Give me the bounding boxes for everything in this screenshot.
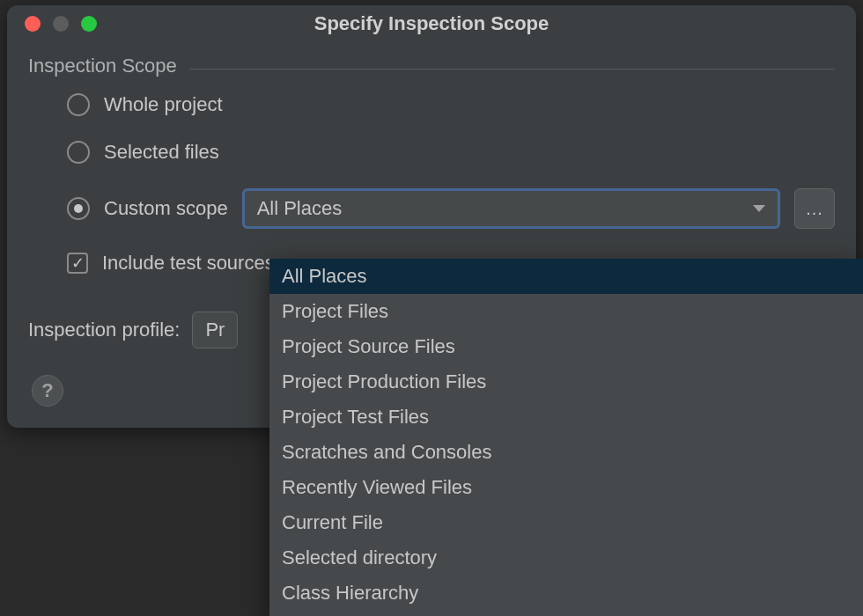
dropdown-item-project-files[interactable]: Project Files (269, 294, 863, 329)
browse-scope-button[interactable]: ... (794, 188, 835, 229)
checkbox-icon: ✓ (67, 253, 88, 274)
section-header: Inspection Scope (28, 55, 835, 77)
dropdown-item-label: All Places (282, 265, 367, 288)
dropdown-item-label: Current File (282, 511, 383, 534)
inspection-profile-dropdown[interactable]: Pr (192, 312, 238, 348)
dropdown-item-scratches-consoles[interactable]: Scratches and Consoles (269, 435, 863, 470)
dropdown-item-label: Class Hierarchy (282, 582, 418, 605)
inspection-profile-label: Inspection profile: (28, 319, 180, 341)
scope-radio-group: Whole project Selected files Custom scop… (28, 93, 835, 229)
radio-label: Whole project (104, 93, 223, 116)
radio-custom-scope[interactable] (67, 197, 90, 220)
dropdown-item-label: Project Production Files (282, 370, 486, 393)
dropdown-item-label: Scratches and Consoles (282, 441, 491, 464)
dropdown-item-label: Project Files (282, 300, 388, 323)
dropdown-item-project-source-files[interactable]: Project Source Files (269, 329, 863, 364)
radio-whole-project[interactable]: Whole project (67, 93, 835, 116)
dropdown-item-label: Recently Viewed Files (282, 476, 472, 499)
radio-icon (67, 93, 90, 116)
checkbox-label: Include test sources (102, 252, 275, 275)
dropdown-item-selected-directory[interactable]: Selected directory (269, 540, 863, 576)
help-button[interactable]: ? (32, 375, 63, 407)
dropdown-item-all-places[interactable]: All Places (269, 259, 863, 294)
close-icon[interactable] (25, 16, 41, 32)
dropdown-item-recently-viewed-files[interactable]: Recently Viewed Files (269, 470, 863, 505)
radio-label: Selected files (104, 141, 219, 164)
radio-icon (67, 141, 90, 164)
dropdown-item-class-hierarchy[interactable]: Class Hierarchy (269, 576, 863, 611)
dropdown-item-current-file[interactable]: Current File (269, 505, 863, 540)
radio-custom-scope-row: Custom scope All Places ... (67, 188, 835, 229)
section-title: Inspection Scope (28, 55, 177, 77)
minimize-icon (53, 16, 69, 32)
section-divider (189, 69, 835, 70)
maximize-icon[interactable] (81, 16, 97, 32)
inspection-profile-value: Pr (205, 319, 225, 341)
dropdown-item-project-production-files[interactable]: Project Production Files (269, 364, 863, 400)
radio-label: Custom scope (104, 197, 228, 220)
dropdown-item-label: Project Source Files (282, 335, 455, 358)
titlebar: Specify Inspection Scope (7, 5, 856, 42)
dropdown-item-label: Project Test Files (282, 406, 429, 429)
traffic-lights (7, 16, 97, 32)
chevron-down-icon (753, 205, 765, 212)
dropdown-item-project-test-files[interactable]: Project Test Files (269, 400, 863, 435)
dropdown-item-label: Selected directory (282, 546, 437, 569)
dropdown-selected-text: All Places (257, 197, 343, 220)
question-mark-icon: ? (41, 379, 53, 402)
ellipsis-icon: ... (806, 199, 823, 219)
radio-selected-files[interactable]: Selected files (67, 141, 835, 164)
custom-scope-dropdown[interactable]: All Places (242, 188, 780, 229)
scope-dropdown-popup: All Places Project Files Project Source … (269, 259, 863, 616)
dialog-title: Specify Inspection Scope (7, 12, 856, 35)
